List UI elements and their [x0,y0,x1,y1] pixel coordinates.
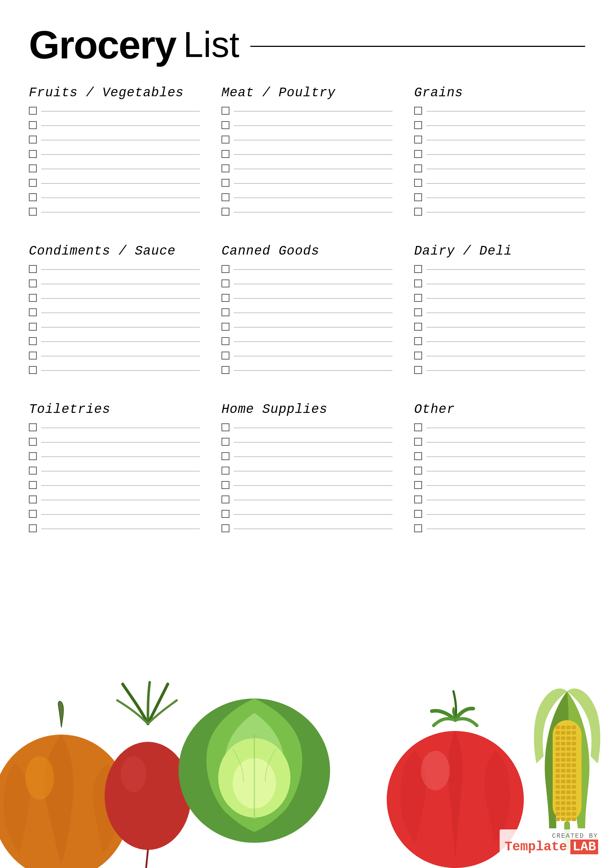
checkbox[interactable] [414,496,422,504]
checkbox[interactable] [222,423,229,431]
checkbox[interactable] [414,452,422,460]
checkbox[interactable] [222,294,229,302]
checkbox[interactable] [29,366,37,374]
checkbox[interactable] [222,150,229,158]
checkbox[interactable] [222,179,229,187]
checkbox[interactable] [29,452,37,460]
checkbox[interactable] [222,193,229,201]
item-line [426,356,585,356]
checkbox[interactable] [222,438,229,446]
checkbox[interactable] [29,308,37,316]
item-line [234,370,392,371]
checkbox[interactable] [222,337,229,345]
checkbox[interactable] [414,337,422,345]
checkbox[interactable] [414,352,422,360]
checkbox[interactable] [29,352,37,360]
list-item [414,265,585,273]
list-item [222,294,392,302]
list-item [29,366,200,374]
list-item [414,136,585,144]
checkbox[interactable] [414,136,422,144]
item-line [234,529,392,529]
item-line [426,457,585,457]
list-item [29,423,200,431]
checkbox[interactable] [29,179,37,187]
list-item [414,366,585,374]
checkbox[interactable] [222,366,229,374]
lettuce-illustration [173,677,335,850]
checkbox[interactable] [29,208,37,215]
checkbox[interactable] [29,107,37,115]
checkbox[interactable] [222,308,229,316]
checkbox[interactable] [29,423,37,431]
checkbox[interactable] [29,337,37,345]
checkbox[interactable] [222,164,229,172]
list-item [29,352,200,360]
checkbox[interactable] [414,467,422,474]
checkbox[interactable] [29,121,37,129]
template-lab-logo: CREATED BY Template LAB [500,829,603,857]
checkbox[interactable] [29,279,37,287]
checkbox[interactable] [414,308,422,316]
checkbox[interactable] [414,481,422,489]
checkbox[interactable] [29,481,37,489]
checkbox[interactable] [222,107,229,115]
checkbox[interactable] [414,164,422,172]
checkbox[interactable] [222,452,229,460]
checkbox[interactable] [414,179,422,187]
checkbox[interactable] [29,164,37,172]
checkbox[interactable] [222,323,229,331]
checkbox[interactable] [29,510,37,518]
checkbox[interactable] [414,193,422,201]
checkbox[interactable] [414,150,422,158]
item-line [426,284,585,284]
checkbox[interactable] [222,136,229,144]
svg-rect-76 [566,812,571,816]
checkbox[interactable] [29,524,37,532]
checkbox[interactable] [222,265,229,273]
checkbox[interactable] [414,366,422,374]
checkbox[interactable] [222,467,229,474]
checkbox[interactable] [29,265,37,273]
list-item [29,294,200,302]
checkbox[interactable] [222,496,229,504]
checkbox[interactable] [29,294,37,302]
checkbox[interactable] [222,208,229,215]
checkbox[interactable] [29,323,37,331]
checkbox[interactable] [222,121,229,129]
checkbox[interactable] [29,438,37,446]
checkbox[interactable] [414,107,422,115]
checkbox[interactable] [414,423,422,431]
section-title-dairy-deli: Dairy / Deli [414,244,585,259]
list-item [222,136,392,144]
checkbox[interactable] [414,121,422,129]
checkbox[interactable] [222,524,229,532]
checkbox[interactable] [414,279,422,287]
svg-rect-42 [555,769,560,772]
checkbox[interactable] [414,265,422,273]
list-item [414,193,585,201]
list-item [29,308,200,316]
checkbox[interactable] [222,481,229,489]
item-line [426,298,585,299]
checkbox[interactable] [414,294,422,302]
section-title-fruits-vegetables: Fruits / Vegetables [29,85,200,100]
checkbox[interactable] [414,438,422,446]
checkbox[interactable] [222,279,229,287]
checkbox[interactable] [414,323,422,331]
checkbox[interactable] [222,352,229,360]
checkbox[interactable] [29,150,37,158]
item-line [234,140,392,140]
checkbox[interactable] [414,524,422,532]
checkbox[interactable] [29,467,37,474]
checkbox[interactable] [29,193,37,201]
section-grains: Grains [414,85,585,222]
list-item [222,121,392,129]
list-item [414,150,585,158]
checkbox[interactable] [29,496,37,504]
checkbox[interactable] [414,208,422,215]
checklist-condiments-sauce [29,265,200,374]
checkbox[interactable] [29,136,37,144]
checkbox[interactable] [222,510,229,518]
checkbox[interactable] [414,510,422,518]
